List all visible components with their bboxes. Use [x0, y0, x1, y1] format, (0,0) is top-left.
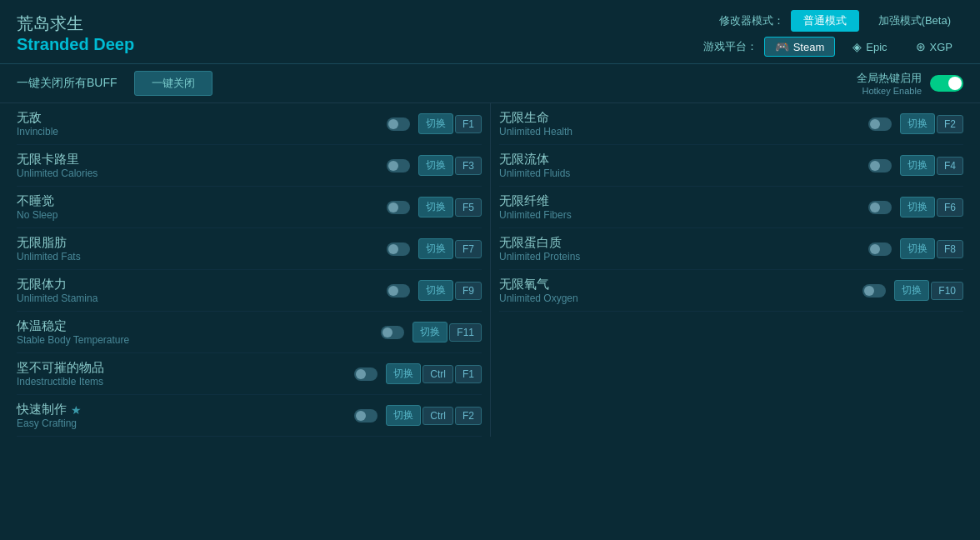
key-btn[interactable]: F8 [937, 240, 963, 258]
key-btn[interactable]: 切换 [418, 238, 453, 259]
cheat-name-en: Easy Crafting [17, 418, 346, 429]
cheat-row: 无限生命Unlimited Health切换F2 [499, 103, 963, 145]
key-btn[interactable]: 切换 [418, 280, 453, 301]
cheat-info: 体温稳定Stable Body Temperature [17, 318, 372, 346]
key-combo: 切换F11 [412, 322, 482, 342]
cheat-info: 无限纤维Unlimited Fibers [499, 193, 860, 221]
platform-xgp-btn[interactable]: ⊛ XGP [905, 37, 963, 57]
key-combo: 切换F4 [900, 155, 963, 176]
platform-steam-btn[interactable]: 🎮 Steam [764, 37, 836, 57]
cheat-name-en: Unlimited Calories [17, 168, 378, 179]
xgp-label: XGP [930, 41, 952, 53]
key-btn[interactable]: F3 [455, 157, 482, 175]
cheat-name-cn: 不睡觉 [17, 193, 378, 209]
key-btn[interactable]: F9 [455, 282, 482, 300]
cheat-info: 无限卡路里Unlimited Calories [17, 152, 378, 179]
cheat-name-en: Unlimited Fats [17, 251, 378, 262]
key-combo: 切换F10 [894, 280, 963, 301]
key-btn[interactable]: Ctrl [422, 407, 453, 425]
cheats-left-column: 无敌Invincible切换F1无限卡路里Unlimited Calories切… [17, 103, 490, 437]
key-btn[interactable]: F1 [455, 365, 482, 383]
cheat-name-cn: 快速制作★ [17, 402, 346, 418]
key-btn[interactable]: F2 [937, 115, 963, 133]
platform-selector: 游戏平台： 🎮 Steam ◈ Epic ⊛ XGP [703, 37, 963, 57]
game-title-en: Stranded Deep [17, 35, 134, 54]
key-btn[interactable]: F4 [937, 157, 963, 175]
key-btn[interactable]: F11 [449, 323, 482, 342]
key-btn[interactable]: 切换 [412, 322, 448, 342]
main-content: 无敌Invincible切换F1无限卡路里Unlimited Calories切… [0, 103, 980, 437]
cheat-info: 无限氧气Unlimited Oxygen [499, 277, 854, 304]
key-btn[interactable]: 切换 [900, 197, 935, 218]
key-combo: 切换F7 [418, 238, 482, 259]
cheat-toggle[interactable] [387, 159, 410, 172]
cheat-name-en: Unlimited Fibers [499, 209, 860, 221]
cheat-name-cn: 无限流体 [499, 152, 860, 168]
key-combo: 切换CtrlF2 [386, 405, 482, 426]
cheat-toggle[interactable] [868, 118, 892, 131]
cheat-toggle[interactable] [387, 118, 410, 131]
cheat-row: 体温稳定Stable Body Temperature切换F11 [17, 312, 482, 353]
cheat-toggle[interactable] [387, 284, 410, 298]
cheat-toggle[interactable] [354, 368, 378, 381]
close-all-button[interactable]: 一键关闭 [134, 71, 212, 96]
app-container: 荒岛求生 Stranded Deep 修改器模式： 普通模式 加强模式(Beta… [0, 0, 980, 437]
key-btn[interactable]: F6 [937, 198, 963, 217]
cheat-row: 无限体力Unlimited Stamina切换F9 [17, 270, 482, 312]
cheat-name-en: Unlimited Health [499, 126, 860, 138]
cheat-row: 坚不可摧的物品Indestructible Items切换CtrlF1 [17, 353, 482, 395]
key-btn[interactable]: 切换 [386, 363, 421, 384]
cheat-info: 坚不可摧的物品Indestructible Items [17, 360, 346, 388]
cheat-row: 无限纤维Unlimited Fibers切换F6 [499, 187, 963, 228]
beta-mode-btn[interactable]: 加强模式(Beta) [866, 10, 963, 32]
key-btn[interactable]: 切换 [900, 113, 935, 134]
key-btn[interactable]: F5 [455, 198, 482, 217]
cheat-name-cn: 无限卡路里 [17, 152, 378, 168]
key-btn[interactable]: 切换 [894, 280, 929, 301]
cheat-info: 无敌Invincible [17, 110, 378, 138]
game-title-cn: 荒岛求生 [17, 12, 134, 35]
cheat-toggle[interactable] [381, 326, 404, 339]
cheat-name-cn: 无限氧气 [499, 277, 854, 292]
cheats-right-column: 无限生命Unlimited Health切换F2无限流体Unlimited Fl… [490, 103, 963, 437]
key-btn[interactable]: Ctrl [422, 365, 453, 383]
cheat-name-cn: 无敌 [17, 110, 378, 126]
key-combo: 切换CtrlF1 [386, 363, 482, 384]
key-btn[interactable]: 切换 [418, 155, 453, 176]
cheat-row: 无限氧气Unlimited Oxygen切换F10 [499, 270, 963, 312]
cheat-row: 无限流体Unlimited Fluids切换F4 [499, 145, 963, 187]
key-btn[interactable]: F1 [455, 115, 482, 133]
cheat-name-en: Stable Body Temperature [17, 334, 372, 346]
hotkey-label-cn: 全局热键启用 [857, 71, 922, 86]
mode-selector: 修改器模式： 普通模式 加强模式(Beta) [719, 10, 963, 32]
cheat-toggle[interactable] [868, 242, 892, 256]
key-btn[interactable]: 切换 [418, 113, 453, 134]
epic-icon: ◈ [852, 40, 862, 53]
toolbar: 一键关闭所有BUFF 一键关闭 全局热键启用 Hotkey Enable [0, 64, 980, 103]
key-btn[interactable]: F7 [455, 240, 482, 258]
cheat-toggle[interactable] [354, 409, 378, 422]
key-btn[interactable]: 切换 [386, 405, 421, 426]
key-combo: 切换F6 [900, 197, 963, 218]
cheat-toggle[interactable] [387, 201, 410, 214]
key-btn[interactable]: 切换 [900, 155, 935, 176]
key-btn[interactable]: F2 [455, 407, 482, 425]
cheat-info: 无限蛋白质Unlimited Proteins [499, 235, 860, 262]
cheat-toggle[interactable] [868, 201, 892, 214]
cheat-name-en: Unlimited Fluids [499, 168, 860, 179]
cheat-toggle[interactable] [862, 284, 886, 298]
cheat-name-cn: 无限脂肪 [17, 235, 378, 251]
hotkey-info: 全局热键启用 Hotkey Enable [857, 71, 922, 96]
key-combo: 切换F5 [418, 197, 482, 218]
cheat-toggle[interactable] [387, 242, 410, 256]
platform-epic-btn[interactable]: ◈ Epic [842, 37, 898, 57]
key-btn[interactable]: 切换 [418, 197, 453, 218]
cheat-row: 无限蛋白质Unlimited Proteins切换F8 [499, 228, 963, 270]
cheat-name-cn: 体温稳定 [17, 318, 372, 334]
normal-mode-btn[interactable]: 普通模式 [791, 10, 859, 32]
key-btn[interactable]: F10 [931, 282, 963, 300]
cheat-toggle[interactable] [868, 159, 892, 172]
key-btn[interactable]: 切换 [900, 238, 935, 259]
hotkey-toggle[interactable] [930, 75, 963, 92]
header: 荒岛求生 Stranded Deep 修改器模式： 普通模式 加强模式(Beta… [0, 0, 980, 64]
